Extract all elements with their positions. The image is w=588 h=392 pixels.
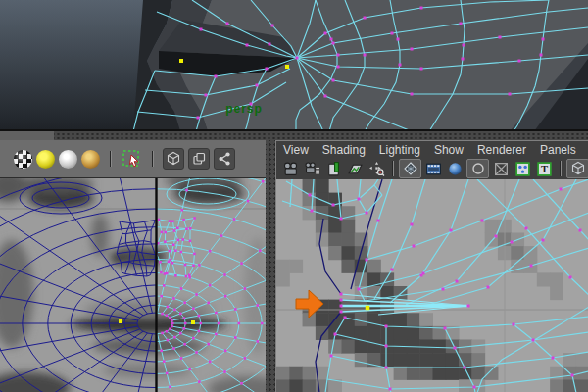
front-viewport-canvas[interactable] xyxy=(0,178,266,392)
menu-item-renderer[interactable]: Renderer xyxy=(477,143,535,157)
gold-material-icon[interactable] xyxy=(81,150,100,169)
menu-item-show[interactable]: Show xyxy=(434,143,472,157)
wireframe-cube-icon[interactable] xyxy=(566,159,588,178)
toolbar-separator xyxy=(558,161,563,176)
left-viewport-toolbar xyxy=(0,140,266,177)
menu-item-shading[interactable]: Shading xyxy=(322,143,374,157)
safe-title-letter: T xyxy=(540,164,547,174)
menu-item-lighting[interactable]: Lighting xyxy=(379,143,429,157)
toolbar-separator xyxy=(108,151,113,167)
side-viewport-panel: ViewShadingLightingShowRendererPanels xyxy=(275,140,588,392)
maya-workspace: persp xyxy=(0,0,588,392)
wireframe-cube-icon[interactable] xyxy=(163,148,184,170)
silver-material-icon[interactable] xyxy=(59,150,77,169)
gate-mask-icon[interactable] xyxy=(491,159,511,178)
camera-attributes-icon[interactable] xyxy=(302,159,321,178)
shaded-sphere-icon[interactable] xyxy=(445,159,465,178)
yellow-material-icon[interactable] xyxy=(36,150,55,169)
horizontal-panel-grip[interactable] xyxy=(0,131,588,140)
checker-material-icon[interactable] xyxy=(14,150,32,169)
bookmarks-icon[interactable] xyxy=(323,159,343,178)
field-chart-icon[interactable] xyxy=(513,159,532,178)
toolbar-separator xyxy=(150,151,155,167)
perspective-viewport-canvas[interactable] xyxy=(0,0,588,131)
menu-item-panels[interactable]: Panels xyxy=(540,143,585,157)
image-plane-icon[interactable] xyxy=(345,159,365,178)
perspective-viewport[interactable]: persp xyxy=(0,0,588,131)
select-camera-icon[interactable] xyxy=(280,159,300,178)
menu-item-view[interactable]: View xyxy=(283,143,318,157)
duplicate-icon[interactable] xyxy=(188,148,210,170)
toolbar-separator xyxy=(390,161,395,176)
camera-label: persp xyxy=(217,102,271,116)
side-viewport-canvas[interactable] xyxy=(276,179,588,392)
side-viewport[interactable] xyxy=(276,179,588,392)
grid-icon[interactable] xyxy=(399,159,421,178)
share-icon[interactable] xyxy=(214,148,235,170)
marquee-select-icon[interactable] xyxy=(120,147,143,171)
safe-title-icon[interactable]: T xyxy=(534,159,554,178)
film-gate-icon[interactable] xyxy=(423,159,443,178)
viewport-menu-bar: ViewShadingLightingShowRendererPanels xyxy=(276,141,588,158)
front-viewport[interactable] xyxy=(0,177,266,392)
resolution-gate-icon[interactable] xyxy=(466,159,489,178)
pan-zoom-icon[interactable] xyxy=(367,159,386,178)
right-viewport-toolbar: T xyxy=(276,158,588,180)
vertical-panel-grip[interactable] xyxy=(266,140,275,392)
